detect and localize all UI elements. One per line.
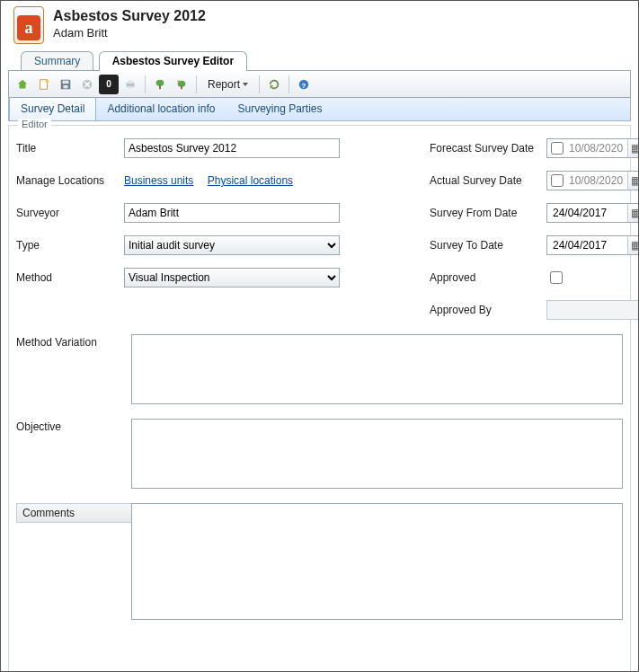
page-subtitle: Adam Britt	[53, 26, 206, 40]
save-icon[interactable]	[56, 75, 75, 94]
sub-tabrow: Survey Detail Additional location info S…	[8, 98, 631, 121]
svg-text:?: ?	[302, 81, 306, 89]
comments-textarea[interactable]	[131, 503, 623, 620]
app-icon: a	[13, 6, 44, 44]
tree-icon[interactable]	[150, 75, 170, 94]
label-surveyor: Surveyor	[16, 207, 124, 219]
cancel-icon	[77, 75, 97, 94]
report-label: Report	[208, 78, 240, 91]
objective-textarea[interactable]	[131, 419, 623, 489]
label-to-date: Survey To Date	[430, 239, 546, 252]
separator	[288, 75, 289, 93]
label-approved-by: Approved By	[430, 304, 546, 316]
editor-panel: Editor Title Forecast Survey Date 10/08/…	[8, 125, 631, 672]
from-date-picker[interactable]: 24/04/2017 ▦	[546, 203, 639, 223]
approved-by-field	[546, 300, 639, 320]
report-dropdown[interactable]: Report	[201, 75, 254, 94]
from-date-value: 24/04/2017	[547, 207, 627, 219]
link-business-units[interactable]: Business units	[124, 174, 193, 187]
forecast-date-enable-checkbox[interactable]	[551, 142, 564, 155]
label-title: Title	[16, 142, 124, 155]
actual-date-picker[interactable]: 10/08/2020 ▦	[546, 171, 639, 190]
home-icon[interactable]	[13, 75, 32, 94]
counter-badge[interactable]: 0	[99, 75, 119, 94]
calendar-icon[interactable]: ▦	[627, 172, 639, 190]
label-forecast-date: Forecast Survey Date	[430, 142, 546, 155]
actual-date-value: 10/08/2020	[567, 174, 627, 187]
refresh-icon[interactable]	[264, 75, 284, 94]
separator	[259, 75, 260, 93]
svg-rect-10	[159, 84, 161, 88]
tab-editor[interactable]: Asbestos Survey Editor	[99, 51, 247, 71]
svg-rect-7	[128, 80, 132, 84]
separator	[145, 75, 146, 93]
tab-summary[interactable]: Summary	[21, 51, 93, 70]
toolbar: 0 Report ?	[8, 71, 631, 98]
svg-rect-4	[63, 84, 67, 88]
help-icon[interactable]: ?	[294, 75, 314, 94]
svg-rect-12	[181, 85, 182, 89]
to-date-picker[interactable]: 24/04/2017 ▦	[546, 235, 639, 255]
forecast-date-value: 10/08/2020	[567, 142, 627, 155]
actual-date-enable-checkbox[interactable]	[551, 174, 564, 187]
approved-checkbox[interactable]	[550, 271, 563, 284]
type-select[interactable]: Initial audit survey	[124, 235, 340, 255]
surveyor-input[interactable]	[124, 203, 340, 223]
title-input[interactable]	[124, 138, 340, 158]
main-tabrow: Summary Asbestos Survey Editor	[1, 51, 638, 71]
subtab-addloc[interactable]: Additional location info	[96, 98, 226, 120]
subtab-detail[interactable]: Survey Detail	[9, 98, 96, 120]
print-icon	[120, 75, 140, 94]
calendar-icon[interactable]: ▦	[627, 139, 639, 157]
svg-point-9	[156, 79, 164, 85]
svg-rect-3	[63, 80, 69, 84]
label-from-date: Survey From Date	[430, 207, 546, 219]
separator	[196, 75, 197, 93]
calendar-icon[interactable]: ▦	[627, 236, 639, 254]
label-approved: Approved	[430, 271, 546, 284]
label-objective: Objective	[16, 419, 131, 489]
method-variation-textarea[interactable]	[131, 334, 623, 404]
label-actual-date: Actual Survey Date	[430, 174, 546, 187]
svg-point-1	[46, 79, 49, 83]
label-comments: Comments	[16, 503, 131, 523]
link-physical-locations[interactable]: Physical locations	[208, 174, 293, 187]
forecast-date-picker[interactable]: 10/08/2020 ▦	[546, 138, 639, 158]
method-select[interactable]: Visual Inspection	[124, 268, 340, 287]
tree-undo-icon[interactable]	[172, 75, 191, 94]
subtab-parties[interactable]: Surveying Parties	[226, 98, 333, 120]
chevron-down-icon	[243, 83, 248, 86]
label-method-variation: Method Variation	[16, 334, 131, 404]
page-title: Asbestos Survey 2012	[53, 8, 206, 24]
label-method: Method	[16, 271, 124, 284]
new-icon[interactable]	[34, 75, 54, 94]
to-date-value: 24/04/2017	[547, 239, 627, 252]
svg-rect-8	[128, 85, 132, 88]
label-manage-locations: Manage Locations	[16, 174, 124, 187]
label-type: Type	[16, 239, 124, 252]
editor-legend: Editor	[18, 119, 51, 129]
calendar-icon[interactable]: ▦	[627, 204, 639, 222]
